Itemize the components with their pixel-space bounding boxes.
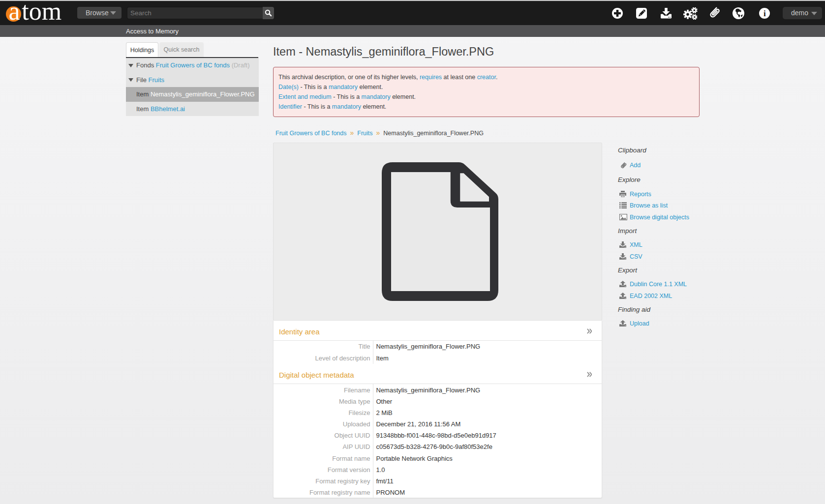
svg-text:i: i (764, 9, 766, 18)
